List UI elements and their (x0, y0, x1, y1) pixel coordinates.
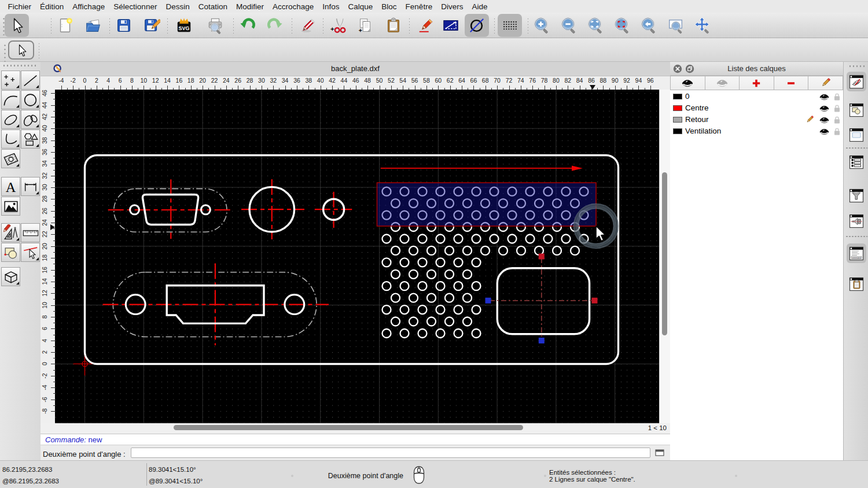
layer-row-retour[interactable]: Retour (670, 114, 843, 125)
cut-button[interactable]: + (329, 16, 348, 35)
filter-dock-button[interactable] (847, 186, 866, 205)
zoom-window-button[interactable] (666, 16, 686, 35)
polyline-tool[interactable] (1, 130, 20, 149)
layer-visibility-toggle[interactable] (819, 127, 829, 138)
ellipse-tool[interactable] (1, 110, 20, 129)
points-tool[interactable] (1, 71, 20, 90)
edit-layer-button[interactable] (808, 76, 843, 90)
paste-button[interactable] (384, 16, 403, 35)
restrict-nothing-button[interactable] (465, 14, 489, 37)
circle-tool[interactable] (21, 90, 40, 109)
command-input[interactable] (131, 448, 650, 458)
menu-affichage[interactable]: Affichage (68, 2, 109, 11)
zoom-selection-button[interactable] (612, 16, 632, 35)
layer-color-swatch[interactable] (673, 128, 682, 134)
horizontal-scrollbar-thumb[interactable] (174, 425, 523, 430)
remove-layer-button[interactable] (774, 76, 809, 90)
v-ruler-label: 18 (41, 254, 49, 262)
layer-row-centre[interactable]: Centre (670, 102, 843, 114)
layer-color-swatch[interactable] (673, 94, 682, 99)
layer-color-swatch[interactable] (673, 105, 682, 111)
zoom-pan-button[interactable] (693, 16, 712, 35)
selection-pointer-button[interactable] (8, 40, 34, 60)
delete-button[interactable] (298, 16, 318, 35)
menu-fichier[interactable]: Fichier (3, 2, 36, 11)
layer-row-ventilation[interactable]: Ventilation (670, 125, 843, 137)
layer-visibility-toggle[interactable] (819, 104, 829, 114)
zoom-previous-button[interactable] (639, 16, 659, 35)
solid-tools[interactable] (1, 267, 20, 286)
copy-button[interactable]: + (355, 16, 375, 35)
menu-slectionner[interactable]: Sélectionner (109, 2, 161, 11)
toolbar-handle[interactable] (4, 43, 6, 62)
layer-row-0[interactable]: 0 (670, 91, 843, 102)
layer-color-swatch[interactable] (673, 117, 682, 123)
menu-calque[interactable]: Calque (344, 2, 377, 11)
clipboard-dock-button[interactable] (847, 274, 866, 294)
modify-tools[interactable] (1, 223, 20, 242)
show-all-layers-button[interactable] (670, 76, 705, 90)
hide-all-layers-button[interactable] (705, 76, 740, 90)
dock-handle[interactable] (848, 65, 865, 67)
text-tool[interactable]: A (1, 177, 20, 196)
layer-visibility-toggle[interactable] (819, 93, 829, 103)
block-list-dock-button[interactable] (847, 100, 866, 120)
menu-dition[interactable]: Édition (36, 2, 68, 11)
snap-angle-button[interactable] (441, 16, 461, 35)
insert-dock-button[interactable] (847, 211, 866, 231)
open-document-button[interactable] (83, 16, 103, 35)
v-ruler-label: -8 (41, 407, 49, 415)
select-tools[interactable] (21, 243, 40, 262)
library-dock-button[interactable] (847, 125, 866, 145)
attributes-button[interactable] (416, 16, 436, 35)
new-document-button[interactable] (56, 16, 75, 35)
add-layer-button[interactable] (740, 76, 774, 90)
menu-modifier[interactable]: Modifier (231, 2, 268, 11)
menu-infos[interactable]: Infos (318, 2, 344, 11)
redo-button[interactable] (265, 16, 285, 35)
layer-visibility-toggle[interactable] (819, 116, 829, 126)
vertical-scrollbar[interactable] (659, 90, 670, 423)
drawing-canvas[interactable] (55, 90, 659, 423)
measure-tool[interactable] (21, 223, 40, 242)
zoom-out-button[interactable] (559, 16, 579, 35)
undo-button[interactable] (238, 16, 258, 35)
menu-divers[interactable]: Divers (437, 2, 468, 11)
block-tools[interactable] (1, 243, 20, 262)
layer-list-dock-button[interactable] (847, 72, 866, 91)
attributes-pencil-icon (417, 17, 435, 34)
entity-tree-dock-button[interactable] (847, 152, 866, 172)
arc-tool[interactable] (1, 90, 20, 109)
image-tool[interactable] (1, 197, 20, 216)
command-dock-button[interactable]: command (847, 243, 866, 263)
command-dock-toggle-button[interactable] (653, 448, 667, 458)
print-preview-button[interactable] (205, 16, 225, 35)
horizontal-scrollbar[interactable]: 1 < 10 (41, 423, 670, 434)
menu-accrochage[interactable]: Accrochage (268, 2, 318, 11)
palette-handle[interactable] (2, 65, 38, 66)
menu-dessin[interactable]: Dessin (161, 2, 194, 11)
zoom-auto-button[interactable] (586, 16, 605, 35)
document-tab-bar: back_plate.dxf (41, 62, 670, 76)
select-pointer-button[interactable] (5, 14, 29, 37)
line-tool[interactable] (21, 71, 40, 90)
document-tab-title[interactable]: back_plate.dxf (41, 64, 670, 73)
menu-bloc[interactable]: Bloc (377, 2, 401, 11)
layer-lock-toggle[interactable] (833, 127, 841, 138)
save-as-button[interactable] (142, 16, 161, 35)
shapes-tool[interactable] (21, 130, 40, 149)
hatch-tool[interactable] (1, 149, 20, 168)
menu-aide[interactable]: Aide (468, 2, 492, 11)
dimension-tool[interactable] (21, 177, 40, 196)
spline-tool[interactable] (21, 110, 40, 129)
export-svg-button[interactable]: SVG (174, 16, 194, 35)
toolbar-separator (494, 17, 495, 34)
zoom-in-button[interactable] (532, 16, 551, 35)
menu-cotation[interactable]: Cotation (194, 2, 231, 11)
grid-toggle-button[interactable] (498, 14, 522, 37)
vertical-scrollbar-thumb[interactable] (662, 172, 667, 335)
toolbar-separator (109, 17, 110, 34)
h-ruler-tick (627, 86, 627, 90)
save-button[interactable] (114, 16, 134, 35)
menu-fentre[interactable]: Fenêtre (401, 2, 437, 11)
